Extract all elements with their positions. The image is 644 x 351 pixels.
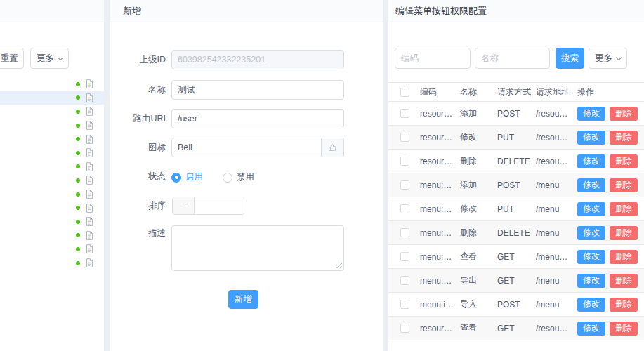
sort-stepper: − + [172,197,244,215]
row-checkbox[interactable] [400,324,409,333]
delete-button[interactable]: 删除 [610,274,638,288]
cell-name: 查看 [460,317,494,340]
cell-url: /menu [536,221,574,244]
tree-item[interactable] [0,187,104,201]
row-checkbox[interactable] [400,109,409,118]
tree-item[interactable] [0,105,104,119]
cell-name: 添加 [460,102,494,125]
table-row: menu:… 添加 POST /menu 修改 删除 [388,173,644,197]
route-uri-label: 路由URI [110,109,166,128]
status-dot-icon [76,82,80,86]
cell-name: 删除 [460,150,494,173]
delete-button[interactable]: 删除 [610,250,638,264]
tree-item[interactable] [0,201,104,215]
delete-button[interactable]: 删除 [610,178,638,192]
tree-item[interactable] [0,132,104,146]
edit-button[interactable]: 修改 [577,322,605,336]
table-row: menu:… 修改 PUT /menu 修改 删除 [388,197,644,221]
cell-name: 导入 [460,293,494,316]
reset-button[interactable]: 重置 [0,48,24,69]
status-dot-icon [76,137,80,141]
panel-title: 编辑菜单按钮权限配置 [395,5,487,18]
icon-picker-button[interactable] [322,138,344,157]
code-filter-input[interactable] [395,48,471,69]
thumb-up-icon [328,143,337,152]
tree-item[interactable] [0,229,104,243]
status-radio-enabled[interactable]: 启用 [171,171,203,183]
row-checkbox[interactable] [400,252,409,261]
radio-icon [223,173,232,183]
tree-item[interactable] [0,160,104,174]
edit-button[interactable]: 修改 [577,154,605,168]
delete-button[interactable]: 删除 [610,154,638,168]
decrease-button[interactable]: − [173,197,195,214]
row-checkbox[interactable] [400,204,409,213]
cell-code: menu:i… [420,293,456,316]
select-all-checkbox[interactable] [400,88,409,97]
tree-item[interactable] [0,242,104,256]
delete-button[interactable]: 删除 [610,322,638,336]
status-dot-icon [76,247,80,251]
more-dropdown-label: 更多 [37,53,54,65]
file-icon [86,258,93,267]
cell-code: menu:… [420,245,456,268]
table-row: menu:… 删除 DELETE /menu 修改 删除 [388,221,644,245]
cell-name: 修改 [460,197,494,220]
add-form-panel: 新增 上级ID 名称 路由URI 图标 状态 启用 禁用 [110,0,383,351]
status-dot-icon [76,178,80,183]
tree-item[interactable] [0,77,104,91]
status-dot-icon [76,206,80,210]
permission-table: 编码 名称 请求方式 请求地址 操作 resour… 添加 POST /reso… [388,82,644,340]
delete-button[interactable]: 删除 [610,131,638,145]
status-dot-icon [76,95,80,100]
file-icon [86,121,93,130]
sort-value-field[interactable] [195,197,244,214]
tree-item[interactable] [0,173,104,187]
tree-item[interactable] [0,91,104,105]
edit-button[interactable]: 修改 [577,226,605,240]
row-checkbox[interactable] [400,133,409,142]
description-field[interactable] [171,225,344,271]
more-filters-label: 更多 [595,53,612,65]
status-radio-disabled[interactable]: 禁用 [223,171,254,183]
more-filters-button[interactable]: 更多 [589,48,627,69]
tree-item[interactable] [0,256,104,270]
delete-button[interactable]: 删除 [610,226,638,240]
name-filter-input[interactable] [475,48,550,69]
edit-button[interactable]: 修改 [577,250,605,264]
row-checkbox[interactable] [400,300,409,309]
row-checkbox[interactable] [400,180,409,190]
edit-button[interactable]: 修改 [577,178,605,192]
edit-button[interactable]: 修改 [577,107,605,121]
edit-button[interactable]: 修改 [577,131,605,145]
col-header-name: 名称 [460,83,494,101]
name-field[interactable] [171,80,344,100]
sort-label: 排序 [110,197,166,215]
tree-item[interactable] [0,146,104,160]
edit-button[interactable]: 修改 [577,298,605,312]
submit-add-button[interactable]: 新增 [228,290,258,309]
cell-method: PUT [497,126,532,149]
edit-button[interactable]: 修改 [577,274,605,288]
table-body: resour… 添加 POST /resou… 修改 删除 resour… 修改… [388,102,644,340]
parent-id-label: 上级ID [110,50,166,69]
cell-name: 添加 [460,173,494,197]
icon-field[interactable] [171,138,322,157]
table-row: resour… 修改 PUT /resou… 修改 删除 [388,126,644,150]
status-dot-icon [76,261,80,265]
search-button[interactable]: 搜索 [556,48,584,69]
cell-name: 修改 [460,126,494,149]
edit-button[interactable]: 修改 [577,202,605,216]
status-dot-icon [76,192,80,197]
delete-button[interactable]: 删除 [610,107,638,121]
tree-item[interactable] [0,119,104,133]
delete-button[interactable]: 删除 [610,202,638,216]
tree-item[interactable] [0,215,104,229]
delete-button[interactable]: 删除 [610,298,638,312]
more-dropdown-button[interactable]: 更多 [30,48,69,69]
status-dot-icon [76,164,80,168]
row-checkbox[interactable] [400,157,409,166]
row-checkbox[interactable] [400,276,409,285]
row-checkbox[interactable] [400,228,409,237]
route-uri-field[interactable] [171,109,344,128]
